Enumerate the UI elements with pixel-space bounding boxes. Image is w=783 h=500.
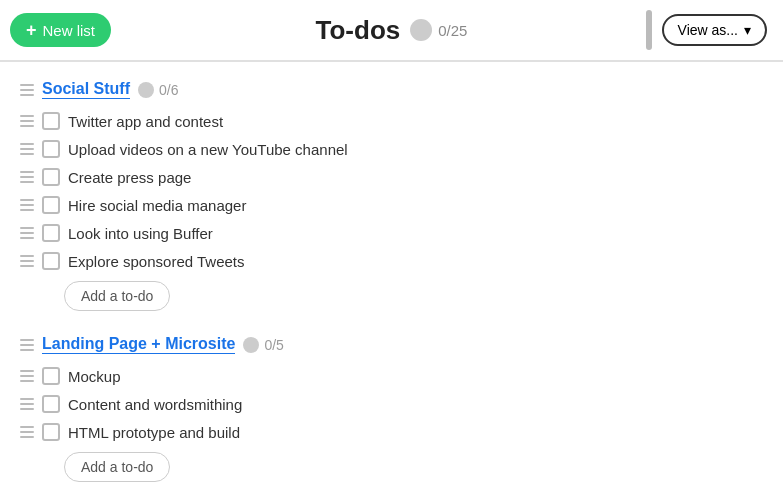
todo-item: Content and wordsmithing	[20, 390, 763, 418]
todo-text: Content and wordsmithing	[68, 396, 242, 413]
todo-checkbox[interactable]	[42, 140, 60, 158]
group-header-landing-page: Landing Page + Microsite0/5	[20, 329, 763, 360]
todo-checkbox[interactable]	[42, 224, 60, 242]
group-title-social-stuff[interactable]: Social Stuff	[42, 80, 130, 99]
group-count-social-stuff: 0/6	[138, 82, 178, 98]
header-progress: 0/25	[410, 19, 467, 41]
new-list-button[interactable]: + New list	[10, 13, 111, 47]
todo-checkbox[interactable]	[42, 252, 60, 270]
todo-item: HTML prototype and build	[20, 418, 763, 446]
todo-text: Explore sponsored Tweets	[68, 253, 245, 270]
page-title: To-dos	[316, 15, 401, 46]
progress-text: 0/25	[438, 22, 467, 39]
add-todo-button-social-stuff[interactable]: Add a to-do	[64, 281, 170, 311]
drag-handle-icon[interactable]	[20, 171, 34, 183]
header-left: + New list	[10, 13, 111, 47]
todo-text: HTML prototype and build	[68, 424, 240, 441]
todo-item: Upload videos on a new YouTube channel	[20, 135, 763, 163]
new-list-label: New list	[43, 22, 96, 39]
todo-checkbox[interactable]	[42, 168, 60, 186]
group-count-text: 0/6	[159, 82, 178, 98]
group-count-landing-page: 0/5	[243, 337, 283, 353]
todo-text: Look into using Buffer	[68, 225, 213, 242]
todo-checkbox[interactable]	[42, 367, 60, 385]
plus-icon: +	[26, 21, 37, 39]
drag-handle-icon[interactable]	[20, 84, 34, 96]
group-social-stuff: Social Stuff0/6Twitter app and contestUp…	[20, 74, 763, 321]
progress-circle-icon	[410, 19, 432, 41]
header-center: To-dos 0/25	[316, 15, 468, 46]
view-as-label: View as...	[678, 22, 738, 38]
group-header-social-stuff: Social Stuff0/6	[20, 74, 763, 105]
todo-text: Twitter app and contest	[68, 113, 223, 130]
group-title-landing-page[interactable]: Landing Page + Microsite	[42, 335, 235, 354]
group-landing-page: Landing Page + Microsite0/5MockupContent…	[20, 329, 763, 492]
drag-handle-icon[interactable]	[20, 398, 34, 410]
drag-handle-icon[interactable]	[20, 339, 34, 351]
drag-handle-icon[interactable]	[20, 143, 34, 155]
todo-text: Hire social media manager	[68, 197, 246, 214]
count-circle-icon	[138, 82, 154, 98]
todo-text: Create press page	[68, 169, 191, 186]
todo-text: Mockup	[68, 368, 121, 385]
todo-checkbox[interactable]	[42, 423, 60, 441]
main-content: Social Stuff0/6Twitter app and contestUp…	[0, 62, 783, 500]
todo-checkbox[interactable]	[42, 112, 60, 130]
todo-text: Upload videos on a new YouTube channel	[68, 141, 348, 158]
todo-checkbox[interactable]	[42, 196, 60, 214]
count-circle-icon	[243, 337, 259, 353]
todo-item: Look into using Buffer	[20, 219, 763, 247]
drag-handle-icon[interactable]	[20, 255, 34, 267]
todo-item: Create press page	[20, 163, 763, 191]
drag-handle-icon[interactable]	[20, 227, 34, 239]
scroll-indicator	[646, 10, 652, 50]
todo-item: Twitter app and contest	[20, 107, 763, 135]
drag-handle-icon[interactable]	[20, 370, 34, 382]
todo-checkbox[interactable]	[42, 395, 60, 413]
drag-handle-icon[interactable]	[20, 426, 34, 438]
todo-item: Explore sponsored Tweets	[20, 247, 763, 275]
header-right: View as... ▾	[646, 10, 767, 50]
view-as-button[interactable]: View as... ▾	[662, 14, 767, 46]
drag-handle-icon[interactable]	[20, 115, 34, 127]
group-count-text: 0/5	[264, 337, 283, 353]
header: + New list To-dos 0/25 View as... ▾	[0, 0, 783, 62]
todo-item: Hire social media manager	[20, 191, 763, 219]
todo-item: Mockup	[20, 362, 763, 390]
chevron-down-icon: ▾	[744, 22, 751, 38]
drag-handle-icon[interactable]	[20, 199, 34, 211]
add-todo-button-landing-page[interactable]: Add a to-do	[64, 452, 170, 482]
